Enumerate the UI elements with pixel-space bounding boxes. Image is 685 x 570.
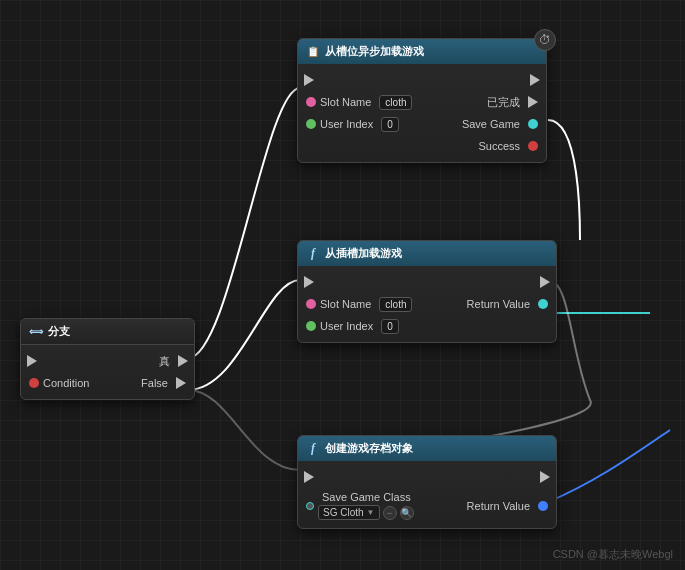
branch-true-group: 真 [155,354,188,369]
branch-exec-in[interactable] [27,355,37,367]
branch-title: 分支 [48,324,70,339]
save-game-label: Save Game [462,118,520,130]
success-group: Success [474,140,538,152]
exec-out-pin[interactable] [530,74,540,86]
load-slot-header: f 从插槽加载游戏 [298,241,556,266]
save-class-dropdown[interactable]: SG Cloth ▼ [318,505,380,520]
load-return-label: Return Value [467,298,530,310]
exec-in-pin[interactable] [304,74,314,86]
async-load-body: Slot Name cloth 已完成 User Index 0 Save Ga… [298,64,546,162]
create-save-node: f 创建游戏存档对象 Save Game Class SG Cloth ▼ − [297,435,557,529]
complete-group: 已完成 [483,95,538,110]
slot-name-value[interactable]: cloth [379,95,412,110]
complete-label: 已完成 [487,95,520,110]
success-label: Success [478,140,520,152]
branch-false-group: False [137,377,186,389]
save-class-dropdown-group: SG Cloth ▼ − 🔍 [318,505,415,520]
branch-condition-row: Condition False [21,372,194,394]
load-slot-name-row: Slot Name cloth Return Value [298,293,556,315]
condition-label: Condition [43,377,89,389]
save-game-group: Save Game [458,118,538,130]
exec-row-top [298,69,546,91]
async-load-header: 📋 从槽位异步加载游戏 [298,39,546,64]
branch-type-icon: ⟺ [29,325,43,339]
complete-pin[interactable] [528,96,538,108]
node-type-icon: 📋 [306,45,320,59]
user-index-row: User Index 0 Save Game [298,113,546,135]
load-slot-body: Slot Name cloth Return Value User Index … [298,266,556,342]
save-class-label: Save Game Class [322,491,411,503]
user-index-label: User Index [320,118,373,130]
create-save-body: Save Game Class SG Cloth ▼ − 🔍 Return Va… [298,461,556,528]
load-return-group: Return Value [463,298,548,310]
save-game-pin[interactable] [528,119,538,129]
branch-false-pin[interactable] [176,377,186,389]
create-save-type-icon: f [306,442,320,456]
load-slot-node: f 从插槽加载游戏 Slot Name cloth Return Value U… [297,240,557,343]
user-index-value[interactable]: 0 [381,117,399,132]
load-user-index-value[interactable]: 0 [381,319,399,334]
load-exec-out-pin[interactable] [540,276,550,288]
condition-in-pin[interactable] [29,378,39,388]
branch-true-label: 真 [159,354,170,369]
success-pin[interactable] [528,141,538,151]
create-exec-in-pin[interactable] [304,471,314,483]
load-exec-row [298,271,556,293]
slot-name-row: Slot Name cloth 已完成 [298,91,546,113]
slot-name-in-pin[interactable] [306,97,316,107]
branch-true-pin[interactable] [178,355,188,367]
branch-body: 真 Condition False [21,345,194,399]
branch-exec-row: 真 [21,350,194,372]
async-load-title: 从槽位异步加载游戏 [325,44,424,59]
load-slot-name-value[interactable]: cloth [379,297,412,312]
watermark: CSDN @暮志未晚Webgl [553,547,673,562]
create-return-label: Return Value [467,500,530,512]
create-return-pin[interactable] [538,501,548,511]
create-exec-row [298,466,556,488]
branch-header: ⟺ 分支 [21,319,194,345]
load-exec-out-group [540,276,550,288]
load-return-pin[interactable] [538,299,548,309]
browse-btn[interactable]: 🔍 [400,506,414,520]
create-save-header: f 创建游戏存档对象 [298,436,556,461]
user-index-in-pin[interactable] [306,119,316,129]
create-exec-out-pin[interactable] [540,471,550,483]
load-user-index-label: User Index [320,320,373,332]
create-save-title: 创建游戏存档对象 [325,441,413,456]
create-exec-out-group [540,471,550,483]
save-class-value: SG Cloth [323,507,364,518]
load-slot-type-icon: f [306,247,320,261]
save-class-in-pin[interactable] [306,502,314,510]
load-user-index-row: User Index 0 [298,315,556,337]
clear-btn[interactable]: − [383,506,397,520]
load-slot-name-in-pin[interactable] [306,299,316,309]
load-slot-name-label: Slot Name [320,298,371,310]
exec-out-group [530,74,540,86]
save-class-row: Save Game Class SG Cloth ▼ − 🔍 Return Va… [298,488,556,523]
branch-false-label: False [141,377,168,389]
dropdown-arrow-icon: ▼ [367,508,375,517]
load-slot-title: 从插槽加载游戏 [325,246,402,261]
slot-name-label: Slot Name [320,96,371,108]
success-row: Success [298,135,546,157]
branch-node: ⟺ 分支 真 Condition False [20,318,195,400]
async-load-node: ⏱ 📋 从槽位异步加载游戏 Slot Name cloth 已完成 User I… [297,38,547,163]
create-return-group: Return Value [463,500,548,512]
save-class-group: Save Game Class SG Cloth ▼ − 🔍 [318,491,415,520]
load-user-index-in-pin[interactable] [306,321,316,331]
clock-icon: ⏱ [534,29,556,51]
load-exec-in-pin[interactable] [304,276,314,288]
